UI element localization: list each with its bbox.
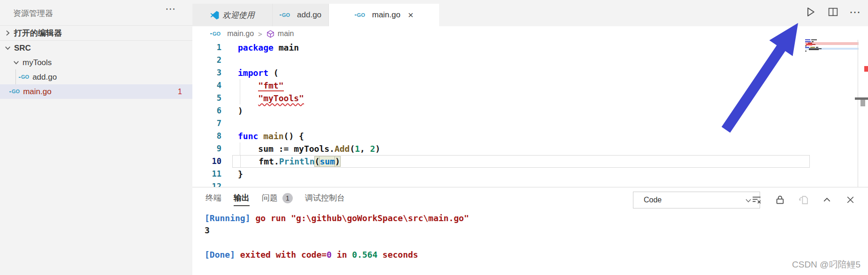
panel-tab-调试控制台[interactable]: 调试控制台	[305, 193, 345, 206]
code-line-4[interactable]: 4 "fmt"	[192, 79, 868, 92]
tree-item-label: 打开的编辑器	[14, 28, 62, 38]
line-content: )	[232, 104, 809, 117]
minimap-bar	[805, 45, 807, 46]
line-number: 10	[192, 155, 221, 168]
tree-item-打开的编辑器[interactable]: 打开的编辑器	[0, 25, 192, 41]
open-output-in-editor-icon[interactable]	[798, 194, 809, 205]
watermark: CSDN @叼陪鲤5	[792, 259, 860, 271]
code-line-3[interactable]: 3import (	[192, 67, 868, 79]
breadcrumb-file[interactable]: GO main.go	[210, 30, 254, 38]
panel-tab-label: 终端	[206, 193, 221, 203]
maximize-panel-icon[interactable]	[822, 194, 832, 205]
tree-item-main.go[interactable]: GOmain.go1	[0, 84, 192, 99]
bottom-panel: 终端输出问题1调试控制台 Code [Running] go r	[192, 187, 868, 275]
code-line-8[interactable]: 8func main() {	[192, 130, 868, 142]
panel-tab-label: 调试控制台	[305, 193, 345, 203]
line-number: 11	[192, 168, 221, 180]
minimap-bar	[805, 41, 811, 42]
line-number: 7	[192, 117, 221, 130]
minimap-bar	[812, 41, 814, 42]
tab-add.go[interactable]: GOadd.go	[273, 4, 329, 26]
overview-ruler-border	[858, 40, 858, 187]
code-line-9[interactable]: 9 sum := myTools.Add(1, 2)	[192, 142, 868, 155]
indent-guide	[15, 69, 16, 85]
code-line-10[interactable]: 10 fmt.Println(sum)	[192, 155, 868, 168]
output-line: [Running] go run "g:\github\goWorkSpace\…	[205, 212, 469, 224]
line-number: 2	[192, 54, 221, 67]
problem-count-badge: 1	[178, 88, 182, 96]
tree-item-label: SRC	[14, 44, 31, 53]
panel-tab-问题[interactable]: 问题1	[262, 193, 293, 206]
editor-tabs: 欢迎使用GOadd.goGOmain.go×	[192, 4, 439, 26]
close-panel-icon[interactable]	[845, 194, 856, 205]
line-number: 9	[192, 142, 221, 155]
panel-tab-终端[interactable]: 终端	[206, 193, 221, 206]
chevron-down-icon	[12, 59, 21, 67]
tab-欢迎使用[interactable]: 欢迎使用	[192, 4, 273, 26]
code-line-6[interactable]: 6)	[192, 104, 868, 117]
breadcrumb-symbol[interactable]: main	[266, 30, 294, 38]
file-tree: 打开的编辑器SRCmyToolsGOadd.goGOmain.go1	[0, 25, 192, 99]
panel-tab-输出[interactable]: 输出	[234, 193, 250, 206]
explorer-title: 资源管理器	[13, 8, 53, 19]
go-file-icon: GO	[280, 13, 290, 18]
line-number: 1	[192, 41, 221, 54]
split-editor-button[interactable]	[827, 6, 839, 18]
go-file-icon: GO	[19, 74, 29, 80]
vscode-logo-icon	[210, 11, 219, 20]
editor-actions: ⋯	[804, 6, 861, 18]
line-number: 12	[192, 180, 221, 187]
code-area[interactable]: 1package main23import (4 "fmt"5 "myTools…	[192, 41, 868, 187]
line-content	[232, 54, 809, 67]
lock-scroll-icon[interactable]	[775, 194, 785, 205]
tab-main.go[interactable]: GOmain.go×	[329, 4, 439, 26]
line-content: func main() {	[232, 130, 809, 142]
output-channel-value: Code	[644, 196, 662, 204]
tree-item-label: main.go	[23, 87, 51, 97]
tab-label: add.go	[297, 10, 321, 20]
editor-tab-strip: 欢迎使用GOadd.goGOmain.go× ⋯	[192, 0, 868, 26]
code-editor[interactable]: GO main.go > main 1package main23import …	[192, 26, 868, 187]
go-file-icon: GO	[9, 89, 20, 94]
tree-item-myTools[interactable]: myTools	[0, 55, 192, 70]
clear-output-icon[interactable]	[751, 194, 762, 205]
breadcrumb-separator: >	[258, 30, 262, 38]
run-button[interactable]	[804, 6, 817, 18]
line-number: 3	[192, 67, 221, 79]
code-line-7[interactable]: 7	[192, 117, 868, 130]
panel-tab-label: 问题	[262, 193, 278, 203]
vscode-window: 资源管理器 ⋯ 打开的编辑器SRCmyToolsGOadd.goGOmain.g…	[0, 0, 868, 275]
overview-ruler-error-marker	[864, 66, 868, 72]
minimap-bar	[809, 49, 819, 50]
line-number: 4	[192, 79, 221, 92]
editor-more-actions-icon[interactable]: ⋯	[849, 7, 861, 17]
tree-item-label: add.go	[32, 73, 57, 82]
line-number: 8	[192, 130, 221, 142]
explorer-more-actions-icon[interactable]: ⋯	[165, 3, 176, 15]
output-channel-dropdown[interactable]: Code	[633, 192, 760, 208]
minimap[interactable]	[805, 39, 859, 54]
tree-item-add.go[interactable]: GOadd.go	[0, 70, 192, 84]
line-content: }	[232, 168, 809, 180]
tab-label: main.go	[372, 10, 400, 20]
panel-tab-label: 输出	[234, 193, 250, 203]
scrollbar-artifact-stem	[860, 100, 865, 106]
minimap-bar	[805, 51, 807, 52]
code-line-5[interactable]: 5 "myTools"	[192, 92, 868, 104]
explorer-sidebar: 资源管理器 ⋯ 打开的编辑器SRCmyToolsGOadd.goGOmain.g…	[0, 0, 192, 275]
output-line: 3	[205, 224, 469, 237]
line-content: import (	[232, 67, 809, 79]
line-content: fmt.Println(sum)	[232, 155, 810, 168]
code-line-1[interactable]: 1package main	[192, 41, 868, 54]
close-tab-icon[interactable]: ×	[408, 10, 413, 20]
go-file-icon: GO	[355, 13, 365, 18]
panel-action-icons	[751, 194, 856, 205]
code-line-11[interactable]: 11}	[192, 168, 868, 180]
go-file-icon: GO	[210, 31, 221, 37]
code-line-2[interactable]: 2	[192, 54, 868, 67]
output-console: [Running] go run "g:\github\goWorkSpace\…	[205, 212, 469, 261]
code-line-12[interactable]: 12	[192, 180, 868, 187]
line-number: 5	[192, 92, 221, 104]
go-file-icon: GO	[280, 13, 293, 18]
tree-item-SRC[interactable]: SRC	[0, 41, 192, 55]
